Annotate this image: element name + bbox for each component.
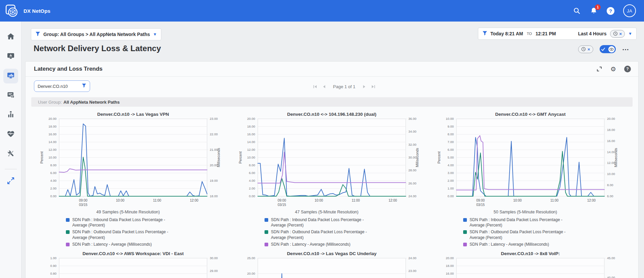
legend-swatch-icon: [265, 243, 268, 246]
svg-text:2.00: 2.00: [249, 186, 255, 190]
next-page-button[interactable]: [362, 84, 366, 89]
legend-item: SDN Path : Latency - Average (Millisecon…: [66, 242, 180, 247]
svg-text:Milliseconds: Milliseconds: [216, 148, 220, 167]
trend-chart: Denver.CO.n10 <-> AWS Workspace: VDI - E…: [32, 251, 224, 278]
chart-canvas[interactable]: Denver.CO.n10 <-> 104.196.148.230 (dual)…: [231, 111, 422, 212]
svg-text:8.00: 8.00: [249, 163, 255, 167]
svg-text:Denver.CO.n10 -> Las Vegas VPN: Denver.CO.n10 -> Las Vegas VPN: [97, 112, 169, 117]
svg-text:10:00: 10:00: [116, 199, 124, 202]
trend-chart: Denver.CO.n10 -> 8x8 VoIP:20.0018.0016.0…: [430, 251, 621, 278]
svg-text:30.00: 30.00: [210, 256, 218, 260]
chevron-down-icon: ▼: [153, 32, 157, 36]
chart-legend: SDN Path : Inbound Data Packet Loss Perc…: [66, 217, 180, 247]
svg-text:8.00: 8.00: [448, 132, 454, 136]
svg-text:19.00: 19.00: [210, 179, 218, 182]
svg-text:5.00: 5.00: [448, 155, 454, 159]
sidebar-item-home[interactable]: [3, 30, 18, 44]
sidebar-item-tools[interactable]: [3, 147, 18, 162]
svg-text:16.00: 16.00: [48, 132, 56, 136]
svg-text:09:00: 09:00: [278, 199, 286, 202]
svg-text:09:00: 09:00: [476, 199, 485, 202]
time-range-bar[interactable]: Today 8:21 AM TO 12:21 PM Last 4 Hours ×…: [478, 28, 637, 40]
sidebar-item-alarms[interactable]: [3, 49, 18, 64]
svg-text:18.00: 18.00: [446, 264, 454, 268]
help-icon[interactable]: ?: [607, 7, 614, 15]
sidebar-item-inventory[interactable]: [3, 108, 18, 123]
chart-canvas[interactable]: Denver.CO.n10 -> Las Vegas VPN20.0018.00…: [32, 111, 224, 212]
svg-text:Milliseconds: Milliseconds: [614, 148, 618, 167]
svg-text:14.00: 14.00: [247, 140, 255, 144]
svg-text:20.00: 20.00: [446, 256, 454, 260]
svg-text:4.00: 4.00: [50, 179, 57, 182]
path-filter-dropdown[interactable]: Denver.CO.n10: [34, 80, 90, 92]
sidebar-nav: [0, 22, 22, 278]
legend-item: SDN Path : Inbound Data Packet Loss Perc…: [463, 217, 577, 228]
live-view-toggle[interactable]: [600, 45, 616, 53]
legend-item: SDN Path : Outbound Data Packet Loss Per…: [463, 229, 577, 240]
svg-text:36.00: 36.00: [408, 117, 416, 120]
sidebar-item-reports[interactable]: [3, 88, 18, 103]
group-filter-label: Group: All Groups > All AppNeta Network …: [43, 32, 150, 37]
svg-text:26.00: 26.00: [408, 181, 416, 185]
svg-text:28.00: 28.00: [408, 168, 416, 172]
card-title: Latency and Loss Trends: [34, 66, 103, 72]
charts-row-1: Denver.CO.n10 -> Las Vegas VPN20.0018.00…: [32, 111, 621, 248]
sidebar-expand[interactable]: [3, 174, 18, 189]
sidebar-item-dashboards[interactable]: [3, 69, 18, 83]
svg-text:40.00: 40.00: [607, 276, 615, 278]
legend-swatch-icon: [463, 243, 467, 246]
svg-text:45.00: 45.00: [607, 256, 615, 260]
more-options-button[interactable]: …: [622, 46, 630, 52]
svg-text:9.00: 9.00: [448, 125, 454, 128]
chart-canvas[interactable]: Denver.CO.n10 -> 8x8 VoIP:20.0018.0016.0…: [430, 251, 621, 278]
time-start: Today 8:21 AM: [490, 31, 523, 36]
svg-text:14.00: 14.00: [48, 140, 56, 144]
time-filter-funnel-icon: [482, 31, 487, 37]
legend-label: SDN Path : Latency - Average (Millisecon…: [271, 242, 351, 247]
svg-text:20.00: 20.00: [247, 117, 255, 120]
legend-label: SDN Path : Outbound Data Packet Loss Per…: [72, 229, 180, 240]
gear-icon[interactable]: ⚙: [610, 66, 616, 72]
svg-text:Denver.CO.n10 <-> 104.196.148.: Denver.CO.n10 <-> 104.196.148.230 (dual): [287, 112, 376, 117]
legend-label: SDN Path : Inbound Data Packet Loss Perc…: [271, 217, 379, 228]
chart-canvas[interactable]: Denver.CO.n10 <-> AWS Workspace: VDI - E…: [32, 251, 224, 278]
schedule-clear-pill[interactable]: ×: [578, 45, 593, 53]
svg-text:20.00: 20.00: [607, 117, 615, 120]
svg-text:Percent: Percent: [40, 151, 44, 164]
first-page-button[interactable]: [313, 84, 317, 89]
avatar[interactable]: JA: [623, 4, 636, 17]
pagination-label: Page 1 of 1: [333, 84, 356, 89]
svg-text:32.00: 32.00: [408, 143, 416, 146]
svg-text:18.00: 18.00: [247, 125, 255, 128]
home-icon: [6, 32, 15, 42]
svg-text:11:00: 11:00: [153, 199, 161, 202]
time-to-label: TO: [527, 32, 532, 36]
resize-corners-icon[interactable]: [596, 66, 602, 72]
group-filter-chip[interactable]: Group: All Groups > All AppNeta Network …: [31, 28, 161, 40]
time-preset-clear-pill[interactable]: ×: [610, 30, 625, 38]
svg-text:8.00: 8.00: [50, 163, 57, 167]
svg-text:8.00: 8.00: [607, 183, 613, 187]
svg-text:2.00: 2.00: [50, 186, 57, 190]
card-help-icon[interactable]: ?: [624, 66, 631, 72]
health-heart-icon: [6, 130, 15, 140]
legend-swatch-icon: [265, 218, 268, 222]
svg-text:10:00: 10:00: [513, 199, 522, 202]
search-icon[interactable]: [573, 7, 581, 15]
user-group-value: All AppNeta Network Paths: [64, 100, 120, 105]
svg-text:12.00: 12.00: [247, 148, 255, 151]
svg-text:2.00: 2.00: [448, 179, 454, 182]
previous-page-button[interactable]: [322, 84, 326, 89]
svg-text:0.80: 0.80: [50, 272, 57, 275]
svg-text:20.00: 20.00: [48, 117, 56, 120]
trend-chart: Denver.CO.n10 <-> GMT Anycast10.009.008.…: [430, 111, 621, 248]
sidebar-item-health[interactable]: [3, 127, 18, 142]
last-page-button[interactable]: [371, 84, 375, 89]
time-end: 12:21 PM: [535, 31, 556, 36]
time-chevron-down-icon[interactable]: ▼: [628, 32, 632, 36]
svg-text:6.00: 6.00: [607, 194, 613, 198]
notifications-bell-icon[interactable]: 1: [590, 7, 598, 15]
chart-canvas[interactable]: Denver.CO.n10 <-> GMT Anycast10.009.008.…: [430, 111, 621, 212]
pagination: Page 1 of 1: [295, 82, 393, 91]
chart-canvas[interactable]: Denver.CO.n10 -> Las Vegas DC Underlay25…: [231, 251, 422, 278]
